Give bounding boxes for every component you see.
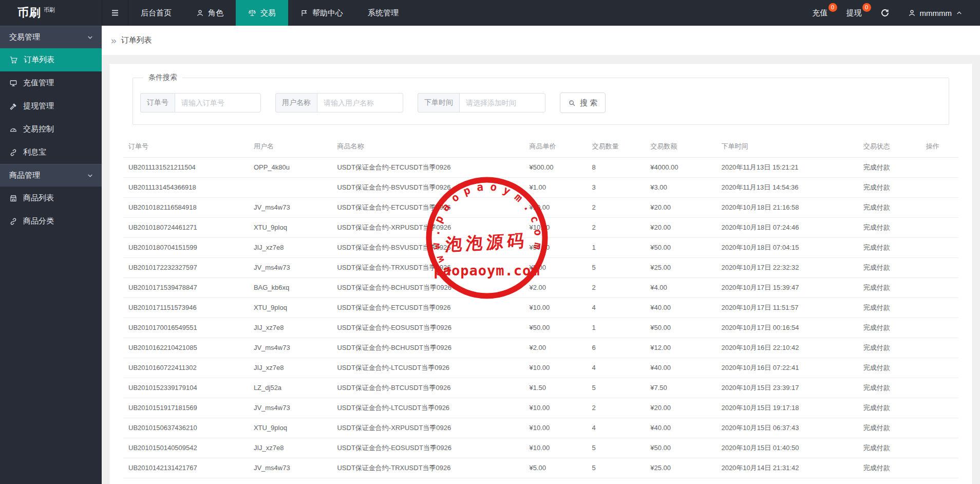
cell-qty: 3: [587, 177, 645, 197]
search-panel-legend: 条件搜索: [143, 73, 182, 82]
orders-table-header: 订单号 用户名 商品名称 商品单价 交易数量 交易数额 下单时间 交易状态 操作: [123, 136, 958, 157]
sidebar-item-goods-category[interactable]: 商品分类: [0, 210, 102, 233]
cell-order-no: UB2010162210421085: [123, 338, 249, 358]
cell-actions: [921, 197, 958, 217]
cell-product: USDT保证金合约-BCHUSDT当季0926: [332, 277, 524, 297]
nav-item-dashboard[interactable]: 后台首页: [128, 0, 184, 26]
refresh-button[interactable]: [880, 8, 890, 17]
table-row: UB2011131521211504 OPP_4k80u USDT保证金合约-E…: [123, 157, 958, 177]
cell-time: 2020年10月18日 07:04:15: [716, 237, 858, 257]
col-status: 交易状态: [858, 136, 921, 157]
topbar: 币刷 币刷 后台首页 角色 交易 帮助中心 系统管理 充值 0: [0, 0, 980, 26]
nav-item-help[interactable]: 帮助中心: [288, 0, 355, 26]
cell-amount: ¥20.00: [645, 217, 716, 237]
cell-time: 2020年10月16日 07:22:41: [716, 358, 858, 378]
username-input[interactable]: [317, 93, 403, 113]
admin-order-list-page: { "navbar": { "logo": { "main": "币刷", "s…: [0, 0, 980, 484]
logo[interactable]: 币刷 币刷: [0, 0, 102, 26]
nav-item-label: 后台首页: [141, 8, 172, 18]
username-group: 用户名称: [275, 93, 403, 113]
cell-amount: ¥12.00: [645, 338, 716, 358]
cell-status: 完成付款: [858, 217, 921, 237]
order-card: 条件搜索 订单号 用户名称 下单时间: [109, 64, 972, 484]
cell-username: XTU_9ploq: [249, 297, 332, 318]
main-area: » 订单列表 条件搜索 订单号 用户名称 下单时间: [102, 26, 980, 484]
cell-qty: 5: [587, 458, 645, 478]
order-time-input[interactable]: [459, 93, 545, 113]
cell-status: 完成付款: [858, 277, 921, 297]
cell-order-no: UB2011131521211504: [123, 157, 249, 177]
cell-actions: [921, 177, 958, 197]
sidebar-group-trade[interactable]: 交易管理: [0, 26, 102, 48]
cell-time: 2020年10月15日 01:40:50: [716, 438, 858, 458]
cell-time: 2020年10月15日 06:37:43: [716, 418, 858, 438]
cell-qty: 2: [587, 217, 645, 237]
cell-price: ¥1.00: [524, 177, 587, 197]
cell-username: LZ_dj52a: [249, 378, 332, 398]
cell-product: USDT保证金合约-BTCUSDT当季0926: [332, 378, 524, 398]
sidebar-item-trade-control[interactable]: 交易控制: [0, 118, 102, 141]
table-row: UB2010151917181569 JV_ms4w73 USDT保证金合约-L…: [123, 398, 958, 418]
cell-product: USDT保证金合约-BCHUSDT当季0926: [332, 338, 524, 358]
sidebar-item-goods-list[interactable]: 商品列表: [0, 187, 102, 210]
cell-order-no: UB2010171539478847: [123, 277, 249, 297]
chevron-down-icon: [87, 34, 93, 41]
search-icon: [568, 99, 576, 107]
withdraw-link[interactable]: 提现 0: [846, 8, 862, 18]
table-row: UB2010162210421085 JV_ms4w73 USDT保证金合约-B…: [123, 338, 958, 358]
cell-price: ¥10.00: [524, 398, 587, 418]
cell-amount: ¥50.00: [645, 438, 716, 458]
cell-price: ¥500.00: [524, 157, 587, 177]
cell-order-no: UB2010171151573946: [123, 297, 249, 318]
nav-item-trade[interactable]: 交易: [236, 0, 288, 26]
cell-qty: 4: [587, 418, 645, 438]
user-avatar-icon: [908, 9, 916, 17]
col-order-no: 订单号: [123, 136, 249, 157]
recharge-badge: 0: [828, 3, 837, 12]
cell-time: 2020年10月18日 07:24:46: [716, 217, 858, 237]
table-row: UB2010182116584918 JV_ms4w73 USDT保证金合约-E…: [123, 197, 958, 217]
sidebar-item-withdraw-mgmt[interactable]: 提现管理: [0, 95, 102, 118]
orders-table-wrap: 订单号 用户名 商品名称 商品单价 交易数量 交易数额 下单时间 交易状态 操作: [123, 136, 958, 484]
cell-time: 2020年10月18日 21:16:58: [716, 197, 858, 217]
cell-amount: ¥20.00: [645, 398, 716, 418]
order-no-input[interactable]: [175, 93, 261, 113]
cell-price: ¥10.00: [524, 438, 587, 458]
user-icon: [196, 9, 204, 17]
gavel-icon: [9, 102, 17, 110]
cell-username: JIJ_xz7e8: [249, 318, 332, 338]
breadcrumb-label: 订单列表: [121, 35, 152, 45]
cell-time: 2020年10月15日 23:39:17: [716, 378, 858, 398]
breadcrumb: » 订单列表: [102, 26, 980, 55]
chevron-up-icon: [956, 10, 963, 16]
table-row: UB2011131454366918 USDT保证金合约-BSVUSDT当季09…: [123, 177, 958, 197]
cell-price: ¥10.00: [524, 358, 587, 378]
search-button[interactable]: 搜 索: [560, 92, 606, 113]
withdraw-badge: 0: [862, 3, 871, 12]
col-product: 商品名称: [332, 136, 524, 157]
cell-price: ¥50.00: [524, 237, 587, 257]
gauge-icon: [9, 125, 17, 134]
cell-qty: 4: [587, 478, 645, 484]
cell-qty: 6: [587, 338, 645, 358]
sidebar-item-recharge-mgmt[interactable]: 充值管理: [0, 71, 102, 95]
sidebar-item-label: 交易控制: [23, 124, 54, 134]
sidebar-item-order-list[interactable]: 订单列表: [0, 48, 102, 71]
logo-main: 币刷: [17, 5, 41, 21]
content: 条件搜索 订单号 用户名称 下单时间: [102, 55, 980, 484]
nav-item-roles[interactable]: 角色: [184, 0, 236, 26]
user-menu[interactable]: mmmmm: [908, 9, 963, 17]
cell-actions: [921, 277, 958, 297]
cell-qty: 1: [587, 237, 645, 257]
cell-qty: 4: [587, 297, 645, 318]
cell-amount: ¥40.00: [645, 297, 716, 318]
hamburger-button[interactable]: [102, 0, 128, 26]
nav-item-system[interactable]: 系统管理: [355, 0, 411, 26]
cell-time: 2020年11月13日 14:54:36: [716, 177, 858, 197]
cell-price: ¥5.00: [524, 458, 587, 478]
sidebar-item-interest[interactable]: 利息宝: [0, 141, 102, 164]
cell-status: 完成付款: [858, 418, 921, 438]
recharge-link[interactable]: 充值 0: [813, 8, 828, 18]
cell-product: USDT保证金合约-EOSUSDT当季0926: [332, 318, 524, 338]
sidebar-group-goods[interactable]: 商品管理: [0, 164, 102, 187]
